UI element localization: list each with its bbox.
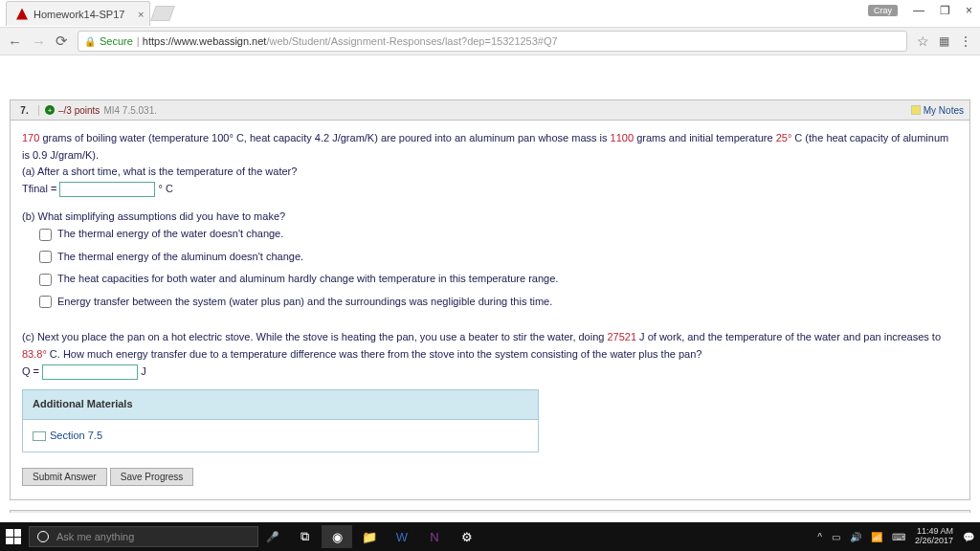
close-tab-icon[interactable]: × [138, 9, 144, 20]
mic-icon[interactable]: 🎤 [266, 531, 279, 543]
tfinal-input[interactable] [59, 182, 155, 197]
onenote-icon[interactable]: N [419, 525, 450, 548]
taskbar: Ask me anything 🎤 ⧉ ◉ 📁 W N ⚙ ^ ▭ 🔊 📶 ⌨ … [0, 522, 980, 551]
maximize-icon[interactable]: ❐ [940, 4, 950, 17]
q7-points: –/3 points [58, 105, 100, 116]
save-progress-button[interactable]: Save Progress [110, 468, 194, 486]
additional-materials-header: Additional Materials [22, 389, 539, 420]
cray-badge: Cray [868, 5, 898, 16]
question-7-body: 170 grams of boiling water (temperature … [10, 121, 970, 500]
option-4[interactable]: Energy transfer between the system (wate… [39, 294, 958, 311]
back-icon[interactable]: ← [8, 33, 22, 50]
checkbox-opt3[interactable] [39, 274, 52, 286]
start-button[interactable] [6, 529, 21, 544]
notification-icon[interactable]: 💬 [963, 532, 974, 542]
volume-icon[interactable]: 🔊 [850, 532, 861, 542]
word-icon[interactable]: W [387, 525, 417, 548]
tray-chevron-icon[interactable]: ^ [817, 532, 822, 542]
my-notes-link[interactable]: My Notes [911, 105, 964, 116]
menu-icon[interactable]: ⋮ [959, 33, 972, 49]
favicon-icon [16, 9, 28, 20]
checkbox-opt4[interactable] [39, 296, 52, 308]
cortana-search[interactable]: Ask me anything [29, 526, 258, 547]
battery-icon[interactable]: ▭ [832, 532, 840, 542]
minimize-icon[interactable]: — [913, 4, 924, 17]
question-8-header: 8. + 3/3 points | Previous Answers MI4 7… [10, 510, 970, 513]
star-icon[interactable]: ☆ [917, 33, 929, 49]
q-input[interactable] [42, 364, 138, 380]
settings-icon[interactable]: ⚙ [452, 525, 482, 548]
browser-tab[interactable]: Homework14-SP17 × [6, 1, 150, 26]
submit-answer-button[interactable]: Submit Answer [22, 468, 107, 486]
book-icon [33, 431, 46, 441]
q7-number: 7. [11, 105, 39, 116]
wifi-icon[interactable]: 📶 [871, 532, 882, 542]
close-window-icon[interactable]: × [966, 4, 972, 17]
new-tab-button[interactable] [150, 6, 175, 21]
url-text: https://www.webassign.net/web/Student/As… [140, 35, 558, 47]
clock[interactable]: 11:49 AM 2/26/2017 [915, 527, 953, 546]
plus-icon[interactable]: + [45, 105, 55, 115]
section-link[interactable]: Section 7.5 [50, 430, 102, 441]
note-icon [911, 105, 921, 115]
lock-icon: 🔒 [84, 36, 96, 47]
explorer-icon[interactable]: 📁 [354, 525, 385, 548]
checkbox-opt1[interactable] [39, 229, 52, 241]
option-2[interactable]: The thermal energy of the aluminum doesn… [39, 249, 958, 266]
additional-materials-body: Section 7.5 [22, 420, 539, 453]
keyboard-icon[interactable]: ⌨ [892, 532, 905, 542]
forward-icon[interactable]: → [32, 33, 46, 50]
reload-icon[interactable]: ⟳ [56, 33, 68, 50]
option-1[interactable]: The thermal energy of the water doesn't … [39, 226, 958, 243]
tab-title: Homework14-SP17 [33, 9, 124, 20]
question-7-header: 7. + –/3 points MI4 7.5.031. My Notes [10, 99, 970, 121]
task-view-icon[interactable]: ⧉ [289, 525, 320, 548]
option-3[interactable]: The heat capacities for both water and a… [39, 271, 958, 288]
address-bar[interactable]: 🔒 Secure | https://www.webassign.net/web… [78, 31, 907, 52]
chrome-icon[interactable]: ◉ [322, 525, 352, 548]
q7-source: MI4 7.5.031. [103, 105, 157, 116]
secure-label: Secure [100, 35, 133, 47]
cortana-icon [37, 531, 49, 542]
extension-icon[interactable]: ▦ [939, 34, 949, 48]
checkbox-opt2[interactable] [39, 251, 52, 263]
